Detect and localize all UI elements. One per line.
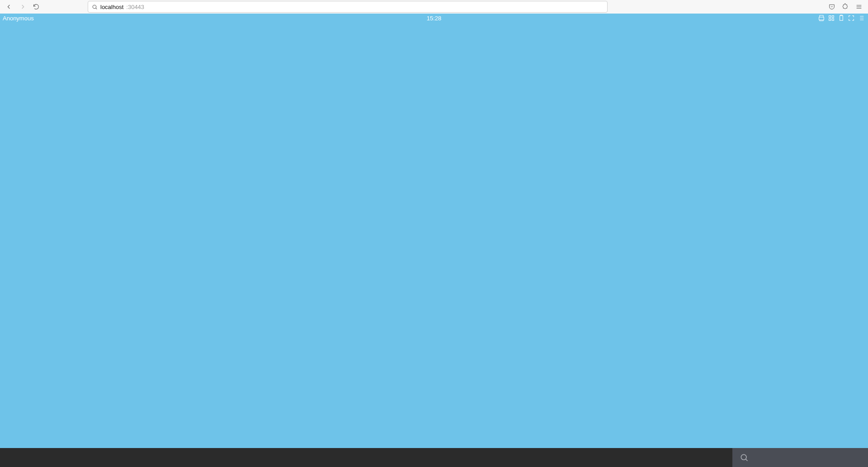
list-icon xyxy=(858,14,865,22)
svg-rect-4 xyxy=(832,19,834,20)
svg-rect-5 xyxy=(840,16,843,21)
os-taskbar xyxy=(0,448,868,467)
svg-point-0 xyxy=(93,5,96,9)
svg-point-6 xyxy=(741,454,746,460)
url-host: localhost xyxy=(100,4,123,10)
reload-icon xyxy=(33,3,40,10)
taskbar-search[interactable] xyxy=(732,448,868,467)
browser-toolbar: localhost:30443 xyxy=(0,0,868,14)
address-bar[interactable]: localhost:30443 xyxy=(88,1,608,13)
print-icon xyxy=(818,14,825,22)
svg-rect-1 xyxy=(829,16,831,18)
back-button[interactable] xyxy=(4,1,14,12)
search-icon xyxy=(92,4,98,10)
taskbar-empty-area[interactable] xyxy=(0,448,732,467)
fullscreen-icon xyxy=(848,14,855,22)
editor-topbar: Anonymous 15:28 xyxy=(0,14,868,23)
hamburger-icon xyxy=(855,3,863,10)
pocket-button[interactable] xyxy=(826,1,837,12)
reload-button[interactable] xyxy=(31,1,42,12)
editor-canvas[interactable]: Anonymous 15:28 xyxy=(0,14,868,448)
app-menu-button[interactable] xyxy=(854,1,864,12)
print-button[interactable] xyxy=(817,14,826,22)
list-button[interactable] xyxy=(857,14,865,22)
user-label: Anonymous xyxy=(3,15,34,22)
puzzle-icon xyxy=(842,3,849,10)
arrow-left-icon xyxy=(5,3,13,10)
svg-rect-3 xyxy=(829,19,831,20)
pocket-icon xyxy=(828,3,835,10)
grid-icon xyxy=(828,14,835,22)
clock-label: 15:28 xyxy=(427,15,442,22)
extensions-button[interactable] xyxy=(840,1,851,12)
url-port: :30443 xyxy=(126,4,144,10)
search-icon xyxy=(740,453,749,462)
arrow-right-icon xyxy=(19,3,26,10)
fullscreen-button[interactable] xyxy=(847,14,855,22)
svg-rect-2 xyxy=(832,16,834,18)
clipboard-icon xyxy=(838,14,845,22)
clipboard-button[interactable] xyxy=(837,14,845,22)
grid-button[interactable] xyxy=(827,14,835,22)
forward-button[interactable] xyxy=(17,1,28,12)
